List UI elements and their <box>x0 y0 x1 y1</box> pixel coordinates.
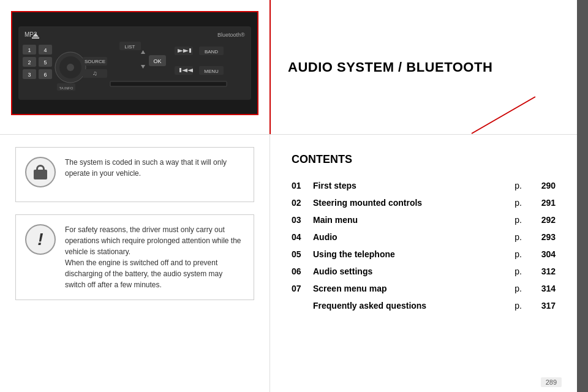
right-sidebar-accent <box>577 0 588 392</box>
item-page-01: 290 <box>534 181 556 190</box>
title-area: AUDIO SYSTEM / BLUETOOTH <box>270 0 577 134</box>
lock-icon-shape <box>34 165 47 179</box>
item-p-02: p. <box>514 198 522 208</box>
svg-text:1: 1 <box>28 47 31 53</box>
svg-text:LIST: LIST <box>125 44 135 50</box>
svg-text:OK: OK <box>153 58 161 64</box>
item-p-07: p. <box>514 284 522 293</box>
svg-text:3: 3 <box>28 72 31 78</box>
item-label-05: Using the telephone <box>313 249 514 259</box>
svg-rect-39 <box>179 68 181 72</box>
item-page-06: 312 <box>534 266 556 276</box>
item-number-02: 02 <box>292 198 313 208</box>
warning-icon: ! <box>25 224 56 255</box>
contents-item-03: 03 Main menu p. 292 <box>292 213 556 227</box>
item-label-07: Screen menu map <box>313 284 514 293</box>
item-page-07: 314 <box>534 284 556 293</box>
item-number-04: 04 <box>292 232 313 242</box>
svg-text:SOURCE: SOURCE <box>85 59 105 64</box>
contents-list: 01 First steps p. 290 02 Steering mounte… <box>292 178 556 313</box>
item-p-04: p. <box>514 232 522 242</box>
image-area: MP3 Bluetooth® 1 4 2 <box>0 0 270 134</box>
contents-title: CONTENTS <box>292 153 556 166</box>
svg-text:4: 4 <box>43 47 47 53</box>
item-p-faq: p. <box>514 301 522 311</box>
warning-icon-shape: ! <box>37 230 43 249</box>
contents-item-01: 01 First steps p. 290 <box>292 178 556 193</box>
item-page-faq: 317 <box>534 301 556 311</box>
svg-text:5: 5 <box>43 59 47 66</box>
item-label-faq: Frequently asked questions <box>313 301 514 311</box>
contents-item-07: 07 Screen menu map p. 314 <box>292 281 556 296</box>
svg-text:♫: ♫ <box>92 70 97 77</box>
svg-text:6: 6 <box>43 72 47 78</box>
svg-rect-3 <box>32 37 39 39</box>
warning-note: ! For safety reasons, the driver must on… <box>15 214 254 300</box>
svg-rect-0 <box>18 26 251 100</box>
item-page-03: 292 <box>534 215 556 225</box>
item-p-01: p. <box>514 181 522 190</box>
svg-text:MENU: MENU <box>204 69 219 74</box>
contents-item-faq: Frequently asked questions p. 317 <box>292 298 556 313</box>
contents-item-05: 05 Using the telephone p. 304 <box>292 247 556 262</box>
page-title: AUDIO SYSTEM / BLUETOOTH <box>288 59 492 75</box>
item-number-03: 03 <box>292 215 313 225</box>
audio-unit-svg: MP3 Bluetooth® 1 4 2 <box>15 23 254 103</box>
item-number-01: 01 <box>292 181 313 190</box>
lock-body <box>34 170 47 179</box>
svg-point-19 <box>67 64 74 71</box>
svg-rect-35 <box>189 48 191 53</box>
contents-item-04: 04 Audio p. 293 <box>292 230 556 244</box>
item-p-03: p. <box>514 215 522 225</box>
svg-text:Bluetooth®: Bluetooth® <box>217 32 245 38</box>
main-content: MP3 Bluetooth® 1 4 2 <box>0 0 577 392</box>
top-section: MP3 Bluetooth® 1 4 2 <box>0 0 577 135</box>
svg-rect-44 <box>110 81 227 86</box>
item-label-03: Main menu <box>313 215 514 225</box>
lock-icon <box>25 157 56 187</box>
item-page-05: 304 <box>534 249 556 259</box>
item-page-04: 293 <box>534 232 556 242</box>
diagonal-decoration <box>472 96 536 134</box>
item-p-05: p. <box>514 249 522 259</box>
item-number-06: 06 <box>292 266 313 276</box>
svg-text:TA INFO: TA INFO <box>59 86 74 90</box>
item-label-02: Steering mounted controls <box>313 198 514 208</box>
item-number-05: 05 <box>292 249 313 259</box>
page-number: 289 <box>541 377 562 387</box>
contents-item-06: 06 Audio settings p. 312 <box>292 264 556 279</box>
item-label-01: First steps <box>313 181 514 190</box>
item-p-06: p. <box>514 266 522 276</box>
item-page-02: 291 <box>534 198 556 208</box>
contents-item-02: 02 Steering mounted controls p. 291 <box>292 195 556 210</box>
lock-note-text: The system is coded in such a way that i… <box>65 157 244 179</box>
lock-note: The system is coded in such a way that i… <box>15 147 254 202</box>
item-number-07: 07 <box>292 284 313 293</box>
svg-text:BAND: BAND <box>205 49 218 55</box>
bottom-section: The system is coded in such a way that i… <box>0 135 577 392</box>
warning-note-text: For safety reasons, the driver must only… <box>65 224 244 290</box>
left-panel: The system is coded in such a way that i… <box>0 135 270 392</box>
item-label-04: Audio <box>313 232 514 242</box>
audio-unit-image: MP3 Bluetooth® 1 4 2 <box>11 11 258 115</box>
svg-text:2: 2 <box>28 59 31 66</box>
right-panel: CONTENTS 01 First steps p. 290 02 Steeri… <box>270 135 577 392</box>
item-label-06: Audio settings <box>313 266 514 276</box>
